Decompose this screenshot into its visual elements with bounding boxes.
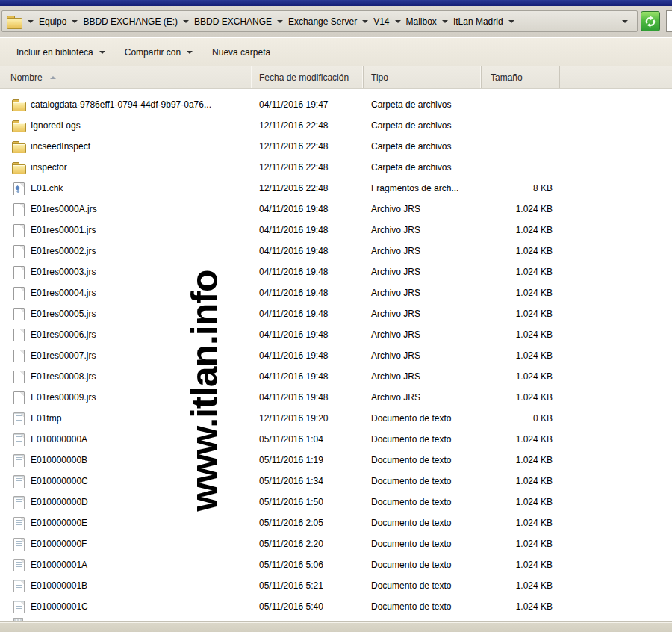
refresh-button[interactable] <box>641 11 660 31</box>
file-date-cell: 05/11/2016 5:40 <box>252 601 364 612</box>
table-row[interactable]: incseedInspect12/11/2016 22:48Carpeta de… <box>0 136 672 157</box>
column-header-nombre[interactable]: Nombre <box>0 66 252 88</box>
breadcrumb-dropdown-arrow-icon[interactable] <box>183 20 189 23</box>
table-row[interactable]: E010000000C05/11/2016 1:34Documento de t… <box>0 471 672 492</box>
file-name: E010000000C <box>31 476 88 486</box>
breadcrumb-item[interactable]: BBDD EXCHANGE <box>194 16 272 27</box>
file-size-cell: 1.024 KB <box>482 288 553 298</box>
breadcrumb-dropdown-arrow-icon[interactable] <box>508 20 514 23</box>
file-date-cell: 04/11/2016 19:47 <box>252 99 364 110</box>
table-row[interactable]: E010000000F05/11/2016 2:20Documento de t… <box>0 533 672 554</box>
table-row[interactable]: E010000000E05/11/2016 2:05Documento de t… <box>0 512 672 533</box>
table-row[interactable]: catalogdata-9786eff1-0794-44df-9b97-0a76… <box>0 94 672 115</box>
breadcrumb-dropdown-arrow-icon[interactable] <box>442 20 448 23</box>
file-name: E010000000E <box>31 518 87 528</box>
status-bar <box>0 622 672 632</box>
breadcrumb-item[interactable]: ItLan Madrid <box>453 16 503 27</box>
folder-icon <box>7 15 22 28</box>
breadcrumb-item[interactable]: Equipo <box>39 16 66 27</box>
address-bar[interactable]: EquipoBBDD EXCHANGE (E:)BBDD EXCHANGEExc… <box>1 10 638 32</box>
column-header-tamano[interactable]: Tamaño <box>482 66 560 88</box>
file-size-cell: 1.024 KB <box>482 560 553 570</box>
text-file-icon <box>12 496 25 509</box>
breadcrumb-item[interactable]: Exchange Server <box>288 16 357 27</box>
file-size-cell: 1.024 KB <box>482 329 553 340</box>
file-size-cell: 1.024 KB <box>482 518 553 528</box>
file-name-cell: E01res00006.jrs <box>0 329 252 341</box>
table-row[interactable]: E01res00007.jrs04/11/2016 19:48Archivo J… <box>0 345 672 366</box>
file-name: IgnoredLogs <box>31 120 81 131</box>
file-list[interactable]: catalogdata-9786eff1-0794-44df-9b97-0a76… <box>0 89 672 622</box>
file-date-cell: 04/11/2016 19:48 <box>252 246 364 256</box>
search-box-partial[interactable] <box>666 10 672 32</box>
breadcrumb-item[interactable]: Mailbox <box>406 16 437 27</box>
breadcrumb-dropdown-arrow-icon[interactable] <box>28 20 34 23</box>
file-date-cell: 04/11/2016 19:48 <box>252 392 364 403</box>
toolbar-item[interactable]: Compartir con <box>125 47 193 58</box>
file-name: E01res00008.jrs <box>31 371 96 382</box>
breadcrumb-item[interactable]: BBDD EXCHANGE (E:) <box>83 16 178 27</box>
breadcrumb-dropdown-arrow-icon[interactable] <box>362 20 368 23</box>
file-type-cell: Archivo JRS <box>364 309 482 319</box>
file-name-cell: E01.chk <box>0 182 252 195</box>
file-name: E01res00002.jrs <box>31 246 96 256</box>
toolbar-item[interactable]: Incluir en biblioteca <box>16 47 105 58</box>
column-header-fecha[interactable]: Fecha de modificación <box>252 66 364 88</box>
breadcrumb: EquipoBBDD EXCHANGE (E:)BBDD EXCHANGEExc… <box>28 16 622 27</box>
table-row[interactable]: E010000000B05/11/2016 1:19Documento de t… <box>0 450 672 471</box>
folder-icon <box>12 99 25 111</box>
table-row[interactable]: E01res00001.jrs04/11/2016 19:48Archivo J… <box>0 220 672 241</box>
file-name-cell: E01res00007.jrs <box>0 350 252 362</box>
column-header-row: Nombre Fecha de modificación Tipo Tamaño <box>0 66 672 89</box>
toolbar-item[interactable]: Nueva carpeta <box>212 47 270 58</box>
column-header-tipo[interactable]: Tipo <box>364 66 482 88</box>
file-type-cell: Archivo JRS <box>364 371 482 382</box>
file-type-cell: Archivo JRS <box>364 204 482 214</box>
file-type-cell: Carpeta de archivos <box>364 141 482 152</box>
file-name-cell: E010000000A <box>0 433 252 446</box>
table-row[interactable]: E010000001C05/11/2016 5:40Documento de t… <box>0 596 672 617</box>
table-row[interactable]: E010000001B05/11/2016 5:21Documento de t… <box>0 575 672 596</box>
file-name: E010000001C <box>31 601 88 612</box>
table-row[interactable]: E01res0000A.jrs04/11/2016 19:48Archivo J… <box>0 199 672 220</box>
file-size-cell: 1.024 KB <box>482 350 553 361</box>
table-row[interactable]: E01tmp12/11/2016 19:20Documento de texto… <box>0 408 672 429</box>
table-row[interactable]: E010000000D05/11/2016 1:50Documento de t… <box>0 492 672 512</box>
file-type-cell: Documento de texto <box>364 518 482 528</box>
table-row[interactable]: E01res00004.jrs04/11/2016 19:48Archivo J… <box>0 282 672 303</box>
table-row[interactable]: IgnoredLogs12/11/2016 22:48Carpeta de ar… <box>0 115 672 136</box>
address-history-dropdown-arrow-icon[interactable] <box>622 20 628 23</box>
breadcrumb-dropdown-arrow-icon[interactable] <box>395 20 401 23</box>
file-name-cell: E010000001A <box>0 559 252 571</box>
file-name-cell: E010000000D <box>0 496 252 509</box>
file-name-cell: E01res00002.jrs <box>0 245 252 258</box>
table-row[interactable]: inspector12/11/2016 22:48Carpeta de arch… <box>0 157 672 178</box>
table-row[interactable]: E01res00005.jrs04/11/2016 19:48Archivo J… <box>0 303 672 324</box>
file-name-cell: E010000001B <box>0 580 252 592</box>
breadcrumb-dropdown-arrow-icon[interactable] <box>72 20 78 23</box>
file-type-cell: Archivo JRS <box>364 350 482 361</box>
file-date-cell: 04/11/2016 19:48 <box>252 204 364 214</box>
breadcrumb-item[interactable]: V14 <box>373 16 389 27</box>
file-size-cell: 1.024 KB <box>482 309 553 319</box>
file-date-cell: 04/11/2016 19:48 <box>252 288 364 298</box>
table-row[interactable]: E01.chk12/11/2016 22:48Fragmentos de arc… <box>0 178 672 199</box>
table-row[interactable]: E01res00008.jrs04/11/2016 19:48Archivo J… <box>0 366 672 387</box>
table-row[interactable]: E01res00002.jrs04/11/2016 19:48Archivo J… <box>0 241 672 261</box>
file-size-cell: 1.024 KB <box>482 371 553 382</box>
file-type-cell: Documento de texto <box>364 539 482 549</box>
file-name-cell: E010000000C <box>0 475 252 488</box>
table-row[interactable]: E01res00003.jrs04/11/2016 19:48Archivo J… <box>0 261 672 282</box>
table-row[interactable]: E010000001A05/11/2016 5:06Documento de t… <box>0 554 672 575</box>
file-name: E010000001B <box>31 580 87 591</box>
breadcrumb-dropdown-arrow-icon[interactable] <box>277 20 283 23</box>
file-type-cell: Documento de texto <box>364 476 482 486</box>
table-row[interactable]: E01res00009.jrs04/11/2016 19:48Archivo J… <box>0 387 672 408</box>
file-name: E010000000A <box>31 434 87 444</box>
file-size-cell: 1.024 KB <box>482 497 553 507</box>
table-row[interactable]: E010000000A05/11/2016 1:04Documento de t… <box>0 429 672 450</box>
file-date-cell: 04/11/2016 19:48 <box>252 309 364 319</box>
table-row[interactable]: E01res00006.jrs04/11/2016 19:48Archivo J… <box>0 324 672 345</box>
file-name-cell: E01res00009.jrs <box>0 391 252 404</box>
file-name: E01res00001.jrs <box>31 225 96 235</box>
